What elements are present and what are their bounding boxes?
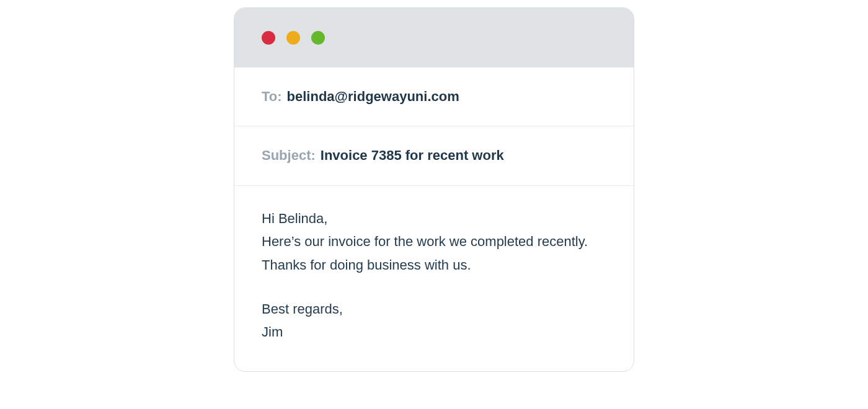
email-body[interactable]: Hi Belinda, Here’s our invoice for the w…	[234, 186, 634, 371]
to-label: To:	[262, 89, 282, 105]
email-compose-window: To: belinda@ridgewayuni.com Subject: Inv…	[234, 7, 634, 372]
minimize-icon[interactable]	[286, 31, 300, 45]
close-icon[interactable]	[262, 31, 275, 45]
body-greeting: Hi Belinda,	[262, 207, 606, 230]
maximize-icon[interactable]	[311, 31, 325, 45]
to-field-row[interactable]: To: belinda@ridgewayuni.com	[234, 68, 634, 126]
body-signature: Jim	[262, 320, 606, 343]
subject-value: Invoice 7385 for recent work	[321, 147, 504, 164]
subject-label: Subject:	[262, 147, 316, 164]
window-titlebar	[234, 8, 634, 68]
body-line: Thanks for doing business with us.	[262, 253, 606, 276]
body-signoff: Best regards,	[262, 297, 606, 320]
to-value: belinda@ridgewayuni.com	[287, 89, 459, 105]
subject-field-row[interactable]: Subject: Invoice 7385 for recent work	[234, 126, 634, 185]
body-line: Here’s our invoice for the work we compl…	[262, 230, 606, 253]
blank-line	[262, 276, 606, 297]
